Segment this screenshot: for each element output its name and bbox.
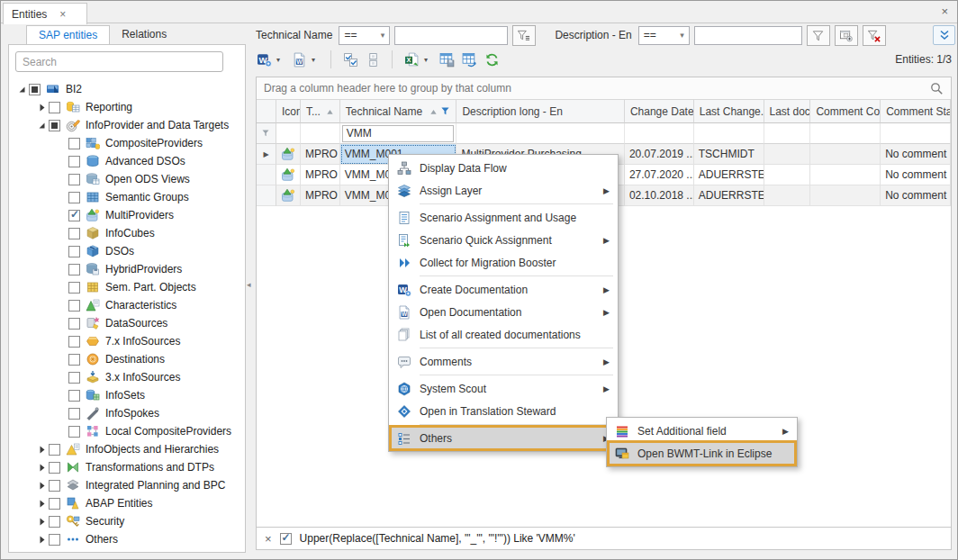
filter-enabled-checkbox[interactable] — [280, 533, 292, 545]
cell-comment-co[interactable] — [810, 144, 881, 165]
tab-entities[interactable]: Entities × — [3, 3, 87, 24]
tree-item-advanced-dsos[interactable]: Advanced DSOs — [11, 152, 243, 170]
expand-icon[interactable] — [34, 446, 49, 454]
tab-relations[interactable]: Relations — [110, 25, 178, 45]
tree-checkbox[interactable] — [68, 138, 80, 149]
tree-item-reporting[interactable]: Reporting — [11, 98, 243, 116]
tree-checkbox[interactable] — [68, 426, 80, 438]
cell-comment-status[interactable]: No comment — [881, 185, 951, 206]
search-input[interactable]: Search — [15, 51, 223, 72]
column-header-technical-name[interactable]: Technical Name — [340, 100, 457, 123]
expand-icon[interactable] — [34, 464, 49, 472]
splitter-collapse-icon[interactable]: ◂ — [247, 280, 251, 289]
tree-checkbox[interactable] — [68, 372, 80, 384]
column-header-last-changed-by[interactable]: Last Change... — [694, 100, 764, 123]
tree-checkbox[interactable] — [49, 102, 60, 113]
tree-checkbox[interactable] — [68, 390, 80, 402]
tree-checkbox[interactable] — [68, 246, 80, 257]
tree-checkbox[interactable] — [68, 318, 80, 330]
tree-item-infosets[interactable]: InfoSets — [11, 386, 243, 404]
group-by-panel[interactable]: Drag a column header here to group by th… — [257, 77, 951, 100]
filter-cell-last-doc[interactable] — [764, 123, 811, 144]
column-filter-icon[interactable] — [440, 106, 450, 116]
tree-item-integrated-planning-and-bpc[interactable]: Integrated Planning and BPC — [11, 476, 243, 494]
expand-icon[interactable] — [34, 500, 49, 508]
filter-cell-change-date[interactable] — [625, 123, 694, 144]
menu-item-system-scout[interactable]: System Scout▶ — [391, 377, 616, 400]
tree-checkbox[interactable] — [49, 462, 60, 474]
tree-item-infocubes[interactable]: InfoCubes — [11, 224, 243, 242]
cell-last-changed-by[interactable]: TSCHMIDT — [694, 144, 764, 165]
tree-item-others[interactable]: Others — [11, 530, 243, 548]
tree-item-characteristics[interactable]: Characteristics — [11, 296, 243, 314]
tree-item-abap-entities[interactable]: ABAP Entities — [11, 494, 243, 512]
tree-item-7-x-infosources[interactable]: 7.x InfoSources — [11, 332, 243, 350]
filter-field2-input[interactable] — [694, 26, 802, 45]
close-filter-icon[interactable]: × — [265, 532, 272, 546]
column-header-comment-co[interactable]: Comment Co... — [810, 100, 881, 123]
cell-last-changed-by[interactable]: ADUERRSTEIN — [694, 165, 764, 185]
collapse-icon[interactable] — [14, 86, 29, 94]
tree-checkbox[interactable] — [68, 156, 80, 167]
cell-comment-co[interactable] — [810, 185, 881, 206]
tree-checkbox[interactable] — [68, 336, 80, 348]
filter-menu-button[interactable] — [512, 25, 536, 46]
filter-field1-operator[interactable]: == ▾ — [339, 26, 390, 45]
cell-last-doc[interactable] — [764, 165, 811, 185]
menu-item-list-of-all-created-documentations[interactable]: List of all created documentations — [391, 323, 616, 346]
tree-checkbox[interactable] — [49, 516, 60, 528]
tree-checkbox[interactable] — [49, 480, 60, 492]
expand-icon[interactable] — [34, 518, 49, 526]
search-icon[interactable] — [929, 81, 944, 96]
tree-checkbox[interactable] — [68, 174, 80, 185]
tree-item-open-ods-views[interactable]: Open ODS Views — [11, 170, 243, 188]
menu-item-open-in-translation-steward[interactable]: Open in Translation Steward — [391, 400, 616, 422]
load-grid-layout-button[interactable] — [459, 50, 479, 69]
tree-item-compositeproviders[interactable]: CompositeProviders — [11, 134, 243, 152]
tree-item-infospokes[interactable]: InfoSpokes — [11, 404, 243, 422]
menu-item-collect-for-migration-booster[interactable]: Collect for Migration Booster — [391, 251, 616, 274]
window-close-icon[interactable]: × — [941, 5, 948, 18]
chevron-down-icon[interactable]: ▾ — [424, 56, 434, 64]
chevron-down-icon[interactable]: ▾ — [312, 56, 321, 64]
tree-item-3-x-infosources[interactable]: 3.x InfoSources — [11, 368, 243, 386]
filter-dialog-button[interactable] — [835, 25, 858, 46]
tree-item-infoobjects-and-hierarchies[interactable]: InfoObjects and Hierarchies — [11, 440, 243, 458]
cell-comment-status[interactable]: No comment — [881, 165, 951, 185]
column-header-type[interactable]: T... — [301, 100, 340, 123]
save-grid-layout-button[interactable] — [437, 50, 456, 69]
chevron-down-icon[interactable]: ▾ — [276, 56, 286, 64]
cell-type[interactable]: MPRO — [301, 185, 340, 206]
tree-item-multiproviders[interactable]: MultiProviders — [11, 206, 243, 224]
menu-item-set-additional-field[interactable]: Set Additional field▶ — [609, 420, 795, 442]
cell-type[interactable]: MPRO — [301, 144, 340, 165]
excel-export-button[interactable]: X — [402, 50, 421, 69]
tree-checkbox[interactable] — [29, 84, 41, 95]
tab-sap-entities[interactable]: SAP entities — [26, 25, 110, 45]
tree-checkbox[interactable] — [68, 300, 80, 312]
menu-item-display-data-flow[interactable]: Display Data Flow — [391, 157, 616, 179]
column-header-description[interactable]: Description long - En — [456, 100, 624, 123]
filter-cell-technical-name[interactable]: VMM — [340, 123, 457, 144]
tree-checkbox[interactable] — [68, 408, 80, 420]
menu-item-open-documentation[interactable]: WOpen Documentation▶ — [391, 301, 616, 323]
tree-item-transformations-and-dtps[interactable]: Transformations and DTPs — [11, 458, 243, 476]
tree-item-dsos[interactable]: DSOs — [11, 242, 243, 260]
open-documentation-button[interactable]: W — [289, 50, 309, 69]
cell-change-date[interactable]: 27.07.2020 ... — [625, 165, 694, 185]
tree-item-hybridproviders[interactable]: HybridProviders — [11, 260, 243, 278]
column-header-change-date[interactable]: Change Date — [625, 100, 694, 123]
tree-checkbox[interactable] — [68, 210, 80, 221]
check-selected-button[interactable] — [340, 50, 360, 69]
tab-close-icon[interactable]: × — [59, 8, 66, 21]
column-header-icon[interactable]: Icon — [276, 100, 301, 123]
expand-icon[interactable] — [34, 104, 49, 112]
menu-item-create-documentation[interactable]: WCreate Documentation▶ — [391, 278, 616, 301]
filter-cell-icon[interactable] — [276, 123, 301, 144]
uncheck-selected-button[interactable] — [363, 50, 383, 69]
tree-checkbox[interactable] — [68, 264, 80, 275]
filter-cell-type[interactable] — [301, 123, 340, 144]
clear-filter-button[interactable] — [863, 25, 886, 46]
expand-icon[interactable] — [34, 536, 49, 544]
tree-checkbox[interactable] — [49, 444, 60, 456]
